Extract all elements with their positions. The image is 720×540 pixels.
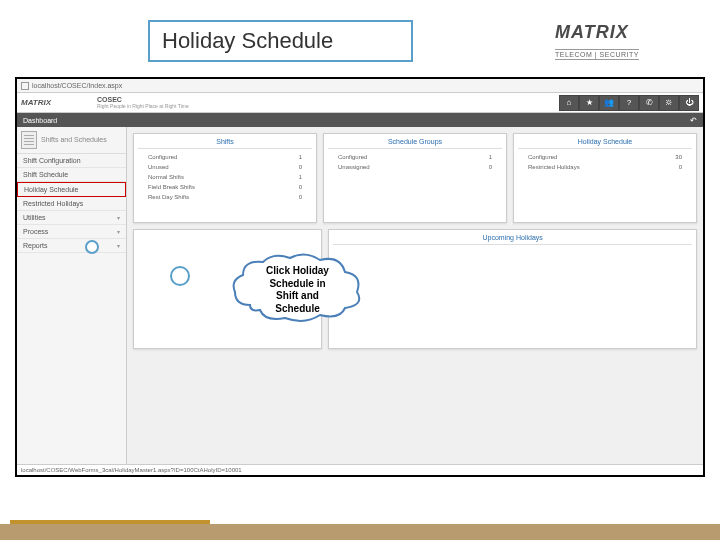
sliders-icon[interactable]: ⛭ <box>659 95 679 111</box>
document-icon <box>21 82 29 90</box>
product-slogan: Right People in Right Place at Right Tim… <box>97 103 189 109</box>
star-icon[interactable]: ★ <box>579 95 599 111</box>
callout-bubble-small <box>85 240 99 254</box>
chevron-down-icon: ▾ <box>117 214 120 221</box>
callout-line-2: Schedule in <box>269 278 325 289</box>
card-shifts[interactable]: Shifts Configured1 Unused0 Normal Shifts… <box>133 133 317 223</box>
sidebar-section-header: Shifts and Schedules <box>17 127 126 154</box>
app-logo: MATRIX <box>21 96 91 110</box>
app-header: MATRIX COSEC Right People in Right Place… <box>17 93 703 113</box>
power-icon[interactable]: ⏻ <box>679 95 699 111</box>
callout-line-4: Schedule <box>275 303 319 314</box>
card-schedule-groups[interactable]: Schedule Groups Configured1 Unassigned0 <box>323 133 507 223</box>
callout-line-3: Shift and <box>276 290 319 301</box>
toolbar: ⌂ ★ 👥 ? ✆ ⛭ ⏻ <box>559 95 699 111</box>
callout-bubble-medium <box>170 266 190 286</box>
users-icon[interactable]: 👥 <box>599 95 619 111</box>
brand-tagline: TELECOM | SECURITY <box>555 49 639 60</box>
sidebar-item-shift-configuration[interactable]: Shift Configuration <box>17 154 126 168</box>
status-bar: localhost/COSEC/WebForms_3cal/HolidayMas… <box>17 464 703 475</box>
sidebar-section-title: Shifts and Schedules <box>41 136 107 144</box>
sidebar-item-shift-schedule[interactable]: Shift Schedule <box>17 168 126 182</box>
card-title: Shifts <box>138 138 312 149</box>
sidebar-item-restricted-holidays[interactable]: Restricted Holidays <box>17 197 126 211</box>
sub-header: Dashboard ↶ <box>17 113 703 127</box>
callout-line-1: Click Holiday <box>266 265 329 276</box>
brand-logo: MATRIX TELECOM | SECURITY <box>555 22 705 60</box>
slide-title: Holiday Schedule <box>162 28 333 54</box>
sidebar-item-holiday-schedule[interactable]: Holiday Schedule <box>17 182 126 197</box>
chevron-down-icon: ▾ <box>117 228 120 235</box>
card-title: Upcoming Holidays <box>333 234 692 245</box>
slide-title-box: Holiday Schedule <box>148 20 413 62</box>
card-upcoming-holidays[interactable]: Upcoming Holidays <box>328 229 697 349</box>
product-name: COSEC <box>97 96 189 103</box>
sidebar-item-process[interactable]: Process▾ <box>17 225 126 239</box>
phone-icon[interactable]: ✆ <box>639 95 659 111</box>
back-icon[interactable]: ↶ <box>690 116 697 125</box>
home-icon[interactable]: ⌂ <box>559 95 579 111</box>
schedule-icon <box>21 131 37 149</box>
sidebar-item-utilities[interactable]: Utilities▾ <box>17 211 126 225</box>
decorative-stripe <box>0 524 720 540</box>
main-panel: Shifts Configured1 Unused0 Normal Shifts… <box>127 127 703 464</box>
chevron-down-icon: ▾ <box>117 242 120 249</box>
help-icon[interactable]: ? <box>619 95 639 111</box>
sidebar: Shifts and Schedules Shift Configuration… <box>17 127 127 464</box>
brand-name: MATRIX <box>555 22 705 43</box>
card-title: Holiday Schedule <box>518 138 692 149</box>
dashboard-label: Dashboard <box>23 117 57 124</box>
url-text: localhost/COSEC/Index.aspx <box>32 82 122 89</box>
cloud-callout: Click Holiday Schedule in Shift and Sche… <box>225 250 370 325</box>
sidebar-item-reports[interactable]: Reports▾ <box>17 239 126 253</box>
card-title: Schedule Groups <box>328 138 502 149</box>
card-holiday-schedule[interactable]: Holiday Schedule Configured30 Restricted… <box>513 133 697 223</box>
url-bar: localhost/COSEC/Index.aspx <box>17 79 703 93</box>
